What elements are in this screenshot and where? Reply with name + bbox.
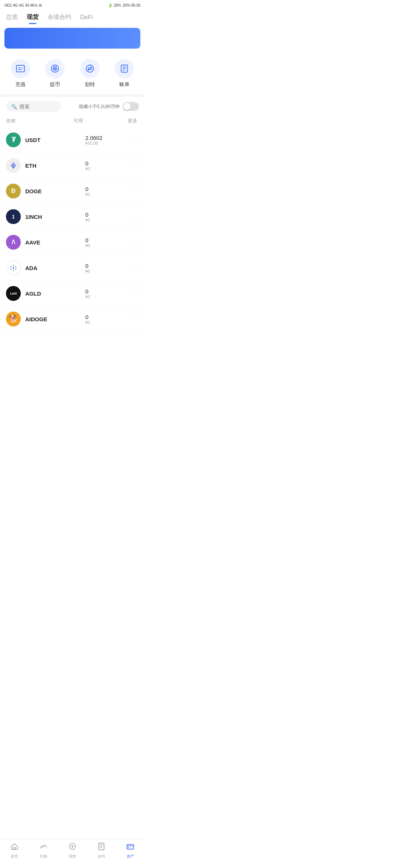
hide-toggle-area: 隐藏小于0.1U的币种 (79, 102, 139, 111)
status-right: 🔋 26% 26% 05:30 (108, 3, 140, 7)
section-divider (0, 94, 145, 97)
coin-list: ₮ USDT 2.0602 ¥15.06 ··· ETH 0 ¥0 ··· Ð … (0, 127, 145, 332)
coin-row-1inch[interactable]: 1 1INCH 0 ¥0 ··· (0, 204, 145, 230)
coin-row-aave[interactable]: Λ AAVE 0 ¥0 ··· (0, 230, 145, 255)
coin-row-doge[interactable]: Ð DOGE 0 ¥0 ··· (0, 178, 145, 204)
status-network: HD1 4G 4G 34.4K/s ☰ (4, 3, 42, 7)
usdt-more-icon[interactable]: ··· (133, 137, 139, 143)
aidoge-values: 0 ¥0 (85, 314, 133, 325)
status-battery: 🔋 26% (108, 3, 121, 7)
oneinch-amount: 0 (85, 211, 133, 218)
svg-point-1 (22, 68, 23, 69)
doge-amount: 0 (85, 186, 133, 192)
search-box[interactable]: 🔍 (6, 101, 61, 112)
svg-point-10 (13, 270, 14, 270)
svg-point-8 (13, 267, 14, 269)
agld-amount: 0 (85, 288, 133, 295)
tab-spot[interactable]: 现货 (27, 13, 39, 24)
statement-icon (115, 59, 134, 78)
oneinch-cny: ¥0 (85, 218, 133, 222)
aidoge-name: AIDOGE (25, 316, 85, 322)
nav-tabs: 总览 现货 永续合约 DeFi (0, 10, 145, 24)
aave-cny: ¥0 (85, 243, 133, 248)
svg-rect-0 (16, 65, 25, 72)
usdt-name: USDT (25, 137, 85, 143)
agld-name: AGLD (25, 290, 85, 297)
agld-values: 0 ¥0 (85, 288, 133, 299)
doge-name: DOGE (25, 188, 85, 194)
aidoge-more-icon[interactable]: ··· (133, 316, 139, 322)
oneinch-values: 0 ¥0 (85, 211, 133, 222)
deposit-button[interactable]: 充值 (11, 59, 30, 88)
transfer-button[interactable]: 划转 (80, 59, 100, 88)
ada-icon (6, 260, 21, 275)
aidoge-cny: ¥0 (85, 320, 133, 325)
status-left: HD1 4G 4G 34.4K/s ☰ (4, 3, 42, 7)
transfer-label: 划转 (85, 81, 95, 88)
withdraw-icon (45, 59, 65, 78)
promo-banner[interactable] (4, 28, 140, 49)
aave-amount: 0 (85, 237, 133, 243)
svg-point-11 (10, 266, 11, 267)
col-name-header: 名称 (6, 118, 74, 124)
withdraw-label: 提币 (50, 81, 60, 88)
col-avail-header: 可用 (74, 118, 128, 124)
ada-values: 0 ¥0 (85, 263, 133, 273)
deposit-label: 充值 (15, 81, 26, 88)
aidoge-amount: 0 (85, 314, 133, 320)
svg-point-12 (15, 266, 16, 267)
status-bar: HD1 4G 4G 34.4K/s ☰ 🔋 26% 26% 05:30 (0, 0, 145, 10)
transfer-icon (80, 59, 100, 78)
agld-more-icon[interactable]: ··· (133, 290, 139, 296)
statement-label: 账单 (119, 81, 130, 88)
doge-more-icon[interactable]: ··· (133, 188, 139, 194)
svg-point-4 (86, 65, 94, 72)
coin-row-eth[interactable]: ETH 0 ¥0 ··· (0, 153, 145, 178)
oneinch-name: 1INCH (25, 214, 85, 220)
table-header: 名称 可用 更多 (0, 116, 145, 127)
coin-row-agld[interactable]: Loot AGLD 0 ¥0 ··· (0, 281, 145, 306)
statement-button[interactable]: 账单 (115, 59, 134, 88)
coin-row-aidoge[interactable]: 🐕 AIDOGE 0 ¥0 ··· (0, 306, 145, 332)
withdraw-button[interactable]: 提币 (45, 59, 65, 88)
ada-name: ADA (25, 265, 85, 271)
doge-icon: Ð (6, 184, 21, 198)
action-buttons: 充值 提币 划转 (0, 53, 145, 94)
eth-more-icon[interactable]: ··· (133, 162, 139, 168)
eth-values: 0 ¥0 (85, 160, 133, 171)
usdt-amount: 2.0602 (85, 135, 133, 141)
usdt-icon: ₮ (6, 132, 21, 147)
oneinch-icon: 1 (6, 209, 21, 224)
hide-toggle[interactable] (123, 102, 139, 111)
eth-name: ETH (25, 162, 85, 169)
aave-icon: Λ (6, 235, 21, 250)
svg-point-14 (15, 269, 16, 269)
aave-name: AAVE (25, 239, 85, 246)
eth-amount: 0 (85, 160, 133, 167)
col-more-header: 更多 (128, 118, 139, 124)
agld-icon: Loot (6, 286, 21, 301)
tab-defi[interactable]: DeFi (80, 14, 93, 24)
tab-perpetual[interactable]: 永续合约 (48, 13, 71, 24)
search-input[interactable] (19, 103, 56, 109)
usdt-cny: ¥15.06 (85, 141, 133, 145)
toggle-knob (123, 103, 131, 110)
search-row: 🔍 隐藏小于0.1U的币种 (0, 97, 145, 116)
ada-amount: 0 (85, 263, 133, 269)
eth-cny: ¥0 (85, 167, 133, 171)
usdt-values: 2.0602 ¥15.06 (85, 135, 133, 145)
ada-more-icon[interactable]: ··· (133, 265, 139, 271)
ada-cny: ¥0 (85, 269, 133, 273)
hide-label: 隐藏小于0.1U的币种 (79, 103, 120, 110)
tab-overview[interactable]: 总览 (6, 13, 18, 24)
status-time: 26% 05:30 (123, 3, 140, 7)
coin-row-ada[interactable]: ADA 0 ¥0 ··· (0, 255, 145, 281)
doge-cny: ¥0 (85, 192, 133, 197)
oneinch-more-icon[interactable]: ··· (133, 214, 139, 220)
aidoge-icon: 🐕 (6, 312, 21, 326)
coin-row-usdt[interactable]: ₮ USDT 2.0602 ¥15.06 ··· (0, 127, 145, 153)
agld-cny: ¥0 (85, 295, 133, 299)
aave-values: 0 ¥0 (85, 237, 133, 248)
svg-point-9 (13, 265, 14, 266)
aave-more-icon[interactable]: ··· (133, 239, 139, 245)
